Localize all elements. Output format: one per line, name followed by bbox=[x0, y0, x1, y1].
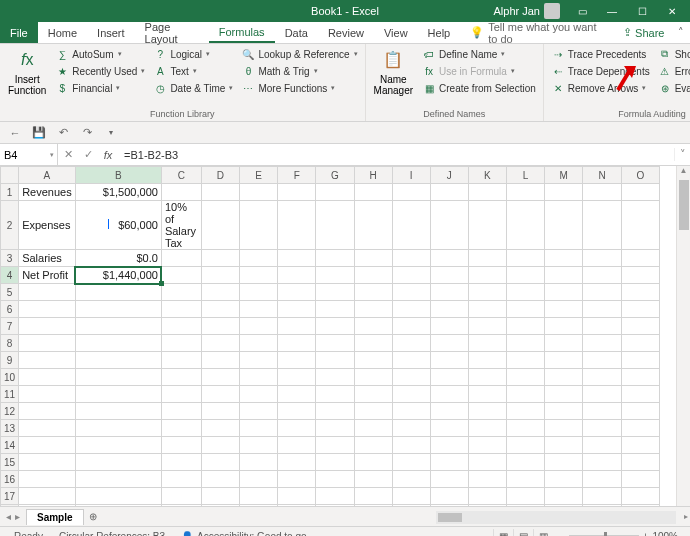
cell-O8[interactable] bbox=[621, 335, 659, 352]
cell-N5[interactable] bbox=[583, 284, 621, 301]
cell-J3[interactable] bbox=[430, 250, 468, 267]
cell-N2[interactable] bbox=[583, 201, 621, 250]
cell-H12[interactable] bbox=[354, 403, 392, 420]
tab-review[interactable]: Review bbox=[318, 22, 374, 43]
cell-O12[interactable] bbox=[621, 403, 659, 420]
collapse-ribbon-button[interactable]: ˄ bbox=[672, 22, 690, 43]
cell-M11[interactable] bbox=[545, 386, 583, 403]
column-header-K[interactable]: K bbox=[468, 167, 506, 184]
select-all-corner[interactable] bbox=[1, 167, 19, 184]
tab-data[interactable]: Data bbox=[275, 22, 318, 43]
tab-page-layout[interactable]: Page Layout bbox=[135, 22, 209, 43]
cell-C16[interactable] bbox=[161, 471, 201, 488]
cell-A15[interactable] bbox=[19, 454, 76, 471]
share-button[interactable]: ⇪ Share bbox=[615, 22, 672, 43]
cell-C15[interactable] bbox=[161, 454, 201, 471]
cell-H9[interactable] bbox=[354, 352, 392, 369]
cell-G17[interactable] bbox=[316, 488, 354, 505]
cell-I15[interactable] bbox=[392, 454, 430, 471]
cell-B9[interactable] bbox=[75, 352, 161, 369]
cell-G8[interactable] bbox=[316, 335, 354, 352]
cell-J5[interactable] bbox=[430, 284, 468, 301]
qat-customize-button[interactable]: ▾ bbox=[102, 124, 120, 142]
cell-A6[interactable] bbox=[19, 301, 76, 318]
cell-M5[interactable] bbox=[545, 284, 583, 301]
row-header-17[interactable]: 17 bbox=[1, 488, 19, 505]
lookup-button[interactable]: 🔍Lookup & Reference▾ bbox=[238, 46, 360, 62]
trace-dependents-button[interactable]: ⇠Trace Dependents bbox=[548, 63, 653, 79]
cell-O11[interactable] bbox=[621, 386, 659, 403]
cell-B1[interactable]: $1,500,000 bbox=[75, 184, 161, 201]
row-header-6[interactable]: 6 bbox=[1, 301, 19, 318]
cell-J8[interactable] bbox=[430, 335, 468, 352]
row-header-14[interactable]: 14 bbox=[1, 437, 19, 454]
cell-G13[interactable] bbox=[316, 420, 354, 437]
cell-O14[interactable] bbox=[621, 437, 659, 454]
cell-I12[interactable] bbox=[392, 403, 430, 420]
cell-F5[interactable] bbox=[278, 284, 316, 301]
cell-G7[interactable] bbox=[316, 318, 354, 335]
text-button[interactable]: AText▾ bbox=[150, 63, 236, 79]
cell-A4[interactable]: Net Profit bbox=[19, 267, 76, 284]
row-header-7[interactable]: 7 bbox=[1, 318, 19, 335]
cell-E6[interactable] bbox=[239, 301, 277, 318]
cell-M17[interactable] bbox=[545, 488, 583, 505]
cell-E11[interactable] bbox=[239, 386, 277, 403]
column-header-H[interactable]: H bbox=[354, 167, 392, 184]
cell-E10[interactable] bbox=[239, 369, 277, 386]
cell-C6[interactable] bbox=[161, 301, 201, 318]
cell-O17[interactable] bbox=[621, 488, 659, 505]
cell-K6[interactable] bbox=[468, 301, 506, 318]
cell-H11[interactable] bbox=[354, 386, 392, 403]
cell-O16[interactable] bbox=[621, 471, 659, 488]
cell-A11[interactable] bbox=[19, 386, 76, 403]
cell-A8[interactable] bbox=[19, 335, 76, 352]
tab-file[interactable]: File bbox=[0, 22, 38, 43]
cell-F1[interactable] bbox=[278, 184, 316, 201]
cell-B7[interactable] bbox=[75, 318, 161, 335]
cell-C10[interactable] bbox=[161, 369, 201, 386]
cell-O10[interactable] bbox=[621, 369, 659, 386]
cell-J14[interactable] bbox=[430, 437, 468, 454]
insert-function-button[interactable]: fx Insert Function bbox=[4, 46, 50, 98]
cell-E12[interactable] bbox=[239, 403, 277, 420]
cell-H17[interactable] bbox=[354, 488, 392, 505]
cell-H6[interactable] bbox=[354, 301, 392, 318]
cell-K1[interactable] bbox=[468, 184, 506, 201]
cell-F16[interactable] bbox=[278, 471, 316, 488]
cell-A5[interactable] bbox=[19, 284, 76, 301]
cell-D5[interactable] bbox=[201, 284, 239, 301]
row-header-9[interactable]: 9 bbox=[1, 352, 19, 369]
cell-B13[interactable] bbox=[75, 420, 161, 437]
insert-function-fx-button[interactable]: fx bbox=[98, 144, 118, 165]
column-header-M[interactable]: M bbox=[545, 167, 583, 184]
cell-E13[interactable] bbox=[239, 420, 277, 437]
cell-N4[interactable] bbox=[583, 267, 621, 284]
column-header-G[interactable]: G bbox=[316, 167, 354, 184]
cell-F12[interactable] bbox=[278, 403, 316, 420]
create-from-selection-button[interactable]: ▦Create from Selection bbox=[419, 80, 539, 96]
cell-F10[interactable] bbox=[278, 369, 316, 386]
cell-B3[interactable]: $0.0 bbox=[75, 250, 161, 267]
cell-L5[interactable] bbox=[506, 284, 544, 301]
zoom-out-button[interactable]: − bbox=[559, 531, 565, 536]
cell-N3[interactable] bbox=[583, 250, 621, 267]
cell-O7[interactable] bbox=[621, 318, 659, 335]
column-header-D[interactable]: D bbox=[201, 167, 239, 184]
define-name-button[interactable]: 🏷Define Name▾ bbox=[419, 46, 539, 62]
cell-G9[interactable] bbox=[316, 352, 354, 369]
cell-K16[interactable] bbox=[468, 471, 506, 488]
cell-K10[interactable] bbox=[468, 369, 506, 386]
cell-H2[interactable] bbox=[354, 201, 392, 250]
cell-H1[interactable] bbox=[354, 184, 392, 201]
cell-B15[interactable] bbox=[75, 454, 161, 471]
cell-J4[interactable] bbox=[430, 267, 468, 284]
cell-B17[interactable] bbox=[75, 488, 161, 505]
cell-I2[interactable] bbox=[392, 201, 430, 250]
cell-D6[interactable] bbox=[201, 301, 239, 318]
cell-E8[interactable] bbox=[239, 335, 277, 352]
cell-A1[interactable]: Revenues bbox=[19, 184, 76, 201]
tell-me-search[interactable]: 💡 Tell me what you want to do bbox=[460, 22, 615, 43]
cell-K7[interactable] bbox=[468, 318, 506, 335]
vertical-scrollbar[interactable]: ▲ bbox=[676, 166, 690, 506]
